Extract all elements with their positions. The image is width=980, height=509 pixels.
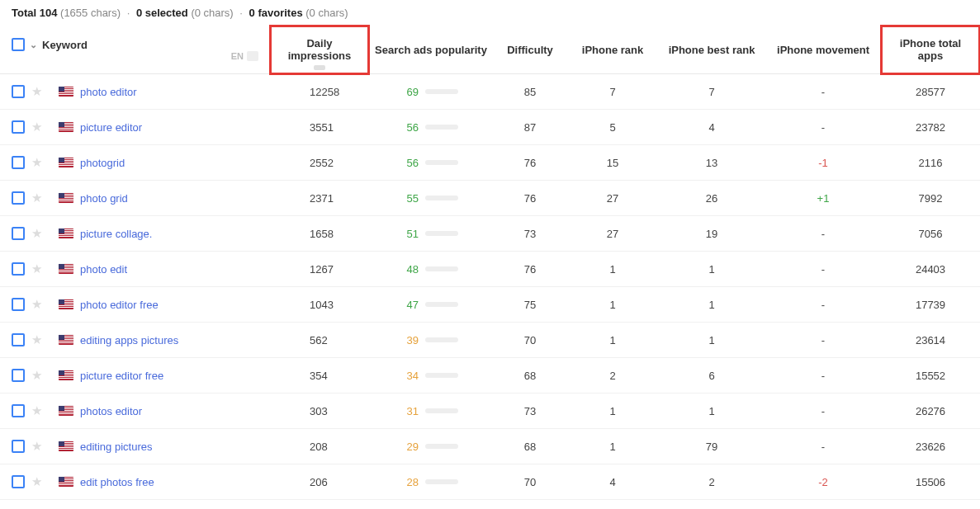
daily-impressions-cell: 2371 (270, 181, 369, 216)
difficulty-cell: 73 (493, 394, 567, 429)
keyword-link[interactable]: photo editor free (80, 299, 159, 311)
popularity-bar (425, 231, 458, 236)
row-checkbox[interactable] (12, 156, 25, 169)
favorite-star-icon[interactable]: ★ (31, 368, 42, 383)
keyword-link[interactable]: photogrid (80, 157, 125, 169)
iphone-best-cell: 1 (658, 287, 765, 323)
difficulty-cell: 68 (493, 429, 567, 464)
keyword-link[interactable]: picture editor (80, 121, 142, 134)
difficulty-cell: 66 (493, 500, 567, 510)
row-controls: ★ (0, 358, 47, 394)
keywords-table: ⌄ Keyword EN Daily impressions Search ad… (0, 26, 980, 509)
popularity-bar (425, 160, 458, 165)
select-all-checkbox[interactable] (12, 38, 25, 51)
row-checkbox[interactable] (12, 227, 25, 240)
keyword-link[interactable]: photo grid (80, 192, 128, 205)
row-checkbox[interactable] (12, 475, 25, 488)
keyword-cell: photo editor free (47, 287, 270, 323)
us-flag-icon (59, 441, 73, 451)
iphone-total-cell: 15552 (881, 358, 980, 394)
iphone-best-cell: 4 (658, 110, 765, 145)
search-ads-cell: 29 (369, 429, 493, 464)
lang-badge[interactable]: EN (231, 51, 258, 61)
keyword-cell: editing pictures (47, 429, 270, 464)
row-checkbox[interactable] (12, 262, 25, 276)
summary-bar: Total 104 (1655 chars) · 0 selected (0 c… (0, 0, 980, 26)
keyword-link[interactable]: edit photos free (80, 476, 154, 488)
keyword-link[interactable]: editing pictures (80, 441, 152, 453)
row-checkbox[interactable] (12, 298, 25, 311)
favorite-star-icon[interactable]: ★ (31, 191, 42, 205)
keyword-link[interactable]: photo edit (80, 263, 127, 276)
popularity-bar (425, 266, 458, 271)
search-ads-cell: 47 (369, 287, 493, 323)
difficulty-cell: 70 (493, 464, 567, 500)
popularity-bar (425, 408, 458, 413)
daily-impressions-cell: 1043 (270, 287, 369, 323)
col-iphone-best-rank[interactable]: iPhone best rank (658, 26, 765, 74)
table-row: ★photo editor12258698577-28577 (0, 74, 980, 110)
col-difficulty[interactable]: Difficulty (493, 26, 567, 74)
iphone-total-cell: 24403 (881, 252, 980, 287)
daily-impressions-cell: 3551 (270, 110, 369, 145)
row-checkbox[interactable] (12, 404, 25, 417)
daily-impressions-cell: 146 (270, 500, 369, 510)
row-checkbox[interactable] (12, 85, 25, 98)
us-flag-icon (59, 299, 73, 309)
table-row: ★edit photos free206287042-215506 (0, 464, 980, 500)
iphone-rank-cell: 7 (567, 74, 658, 110)
col-daily-impressions[interactable]: Daily impressions (270, 26, 369, 74)
keyword-link[interactable]: editing apps pictures (80, 334, 178, 346)
iphone-rank-cell: 27 (567, 181, 658, 216)
daily-impressions-cell: 303 (270, 394, 369, 429)
keyword-link[interactable]: photos editor (80, 405, 142, 417)
us-flag-icon (59, 229, 73, 238)
iphone-movement-cell: - (765, 252, 881, 287)
favorite-star-icon[interactable]: ★ (31, 155, 42, 170)
difficulty-cell: 76 (493, 252, 567, 287)
daily-impressions-cell: 1267 (270, 252, 369, 287)
keyword-link[interactable]: photo editor (80, 86, 137, 98)
keyword-cell: edit photos free (47, 464, 270, 500)
favorite-star-icon[interactable]: ★ (31, 297, 42, 312)
favorite-star-icon[interactable]: ★ (31, 120, 42, 134)
favorite-star-icon[interactable]: ★ (31, 226, 42, 241)
row-controls: ★ (0, 216, 47, 252)
iphone-movement-cell: - (765, 74, 881, 110)
difficulty-cell: 68 (493, 358, 567, 394)
col-keyword[interactable]: ⌄ Keyword EN (0, 26, 270, 74)
popularity-value: 31 (404, 405, 419, 417)
keyword-cell: photogrid (47, 145, 270, 181)
favorite-star-icon[interactable]: ★ (31, 439, 42, 454)
col-iphone-total-apps[interactable]: iPhone total apps (881, 26, 980, 74)
iphone-movement-cell: +1 (765, 181, 881, 216)
keyword-link[interactable]: picture collage. (80, 228, 152, 240)
popularity-value: 39 (404, 334, 419, 346)
chevron-down-icon[interactable]: ⌄ (30, 40, 37, 50)
row-checkbox[interactable] (12, 369, 25, 382)
row-checkbox[interactable] (12, 333, 25, 346)
popularity-value: 34 (404, 370, 419, 382)
col-search-ads-popularity[interactable]: Search ads popularity (369, 26, 493, 74)
keyword-link[interactable]: picture editor free (80, 370, 163, 382)
table-row: ★photos editor303317311-26276 (0, 394, 980, 429)
favorite-star-icon[interactable]: ★ (31, 403, 42, 418)
favorite-star-icon[interactable]: ★ (31, 84, 42, 99)
iphone-total-cell: 23626 (881, 429, 980, 464)
col-iphone-rank[interactable]: iPhone rank (567, 26, 658, 74)
us-flag-icon (59, 370, 73, 380)
col-iphone-movement[interactable]: iPhone movement (765, 26, 881, 74)
iphone-best-cell: 19 (658, 216, 765, 252)
row-checkbox[interactable] (12, 440, 25, 453)
difficulty-cell: 73 (493, 216, 567, 252)
search-ads-cell: 51 (369, 216, 493, 252)
search-ads-cell: 34 (369, 358, 493, 394)
favorite-star-icon[interactable]: ★ (31, 332, 42, 347)
favorite-star-icon[interactable]: ★ (31, 262, 42, 276)
us-flag-icon (59, 158, 73, 167)
row-checkbox[interactable] (12, 120, 25, 134)
search-ads-cell: 48 (369, 252, 493, 287)
favorite-star-icon[interactable]: ★ (31, 474, 42, 489)
popularity-value: 47 (404, 299, 419, 311)
row-checkbox[interactable] (12, 191, 25, 205)
